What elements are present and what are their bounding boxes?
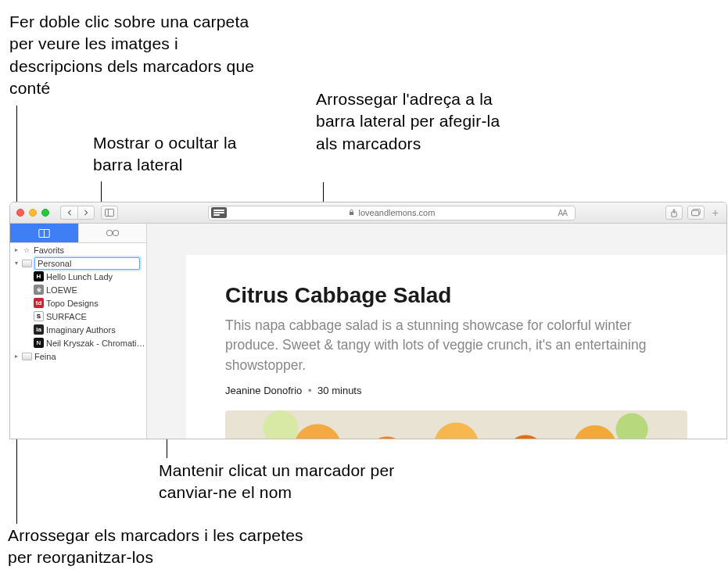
favicon-icon: S — [34, 311, 44, 321]
window-controls — [16, 209, 49, 217]
svg-rect-0 — [106, 209, 114, 216]
article-meta: Jeanine Donofrio • 30 minuts — [225, 385, 687, 396]
disclosure-right-icon[interactable]: ▸ — [13, 247, 20, 253]
sidebar-mode-tabs — [10, 224, 147, 243]
favicon-icon: ia — [34, 324, 44, 335]
svg-rect-5 — [691, 210, 698, 216]
lock-icon — [348, 208, 355, 217]
window-close-button[interactable] — [16, 209, 24, 217]
back-button[interactable] — [60, 206, 77, 220]
text-size-button[interactable]: AA — [558, 209, 567, 217]
sidebar-item-label: Favorits — [34, 245, 146, 255]
address-url: loveandlemons.com — [358, 208, 435, 217]
svg-point-8 — [106, 230, 112, 235]
nav-back-forward — [60, 206, 95, 220]
forward-button[interactable] — [77, 206, 95, 220]
bookmark-item[interactable]: H Hello Lunch Lady — [10, 270, 146, 283]
sidebar-item-label: Feina — [34, 352, 146, 361]
safari-window: loveandlemons.com AA + — [9, 202, 727, 439]
disclosure-down-icon[interactable]: ▾ — [13, 260, 20, 267]
bookmark-label: Imaginary Authors — [46, 325, 146, 335]
page-content-area: Citrus Cabbage Salad This napa cabbage s… — [147, 224, 726, 439]
favicon-icon: td — [34, 298, 44, 308]
bookmark-item[interactable]: S SURFACE — [10, 310, 146, 323]
sidebar-folder-work[interactable]: ▸ Feina — [10, 349, 146, 363]
favicon-icon: ※ — [34, 285, 44, 295]
sidebar-folder-favorites[interactable]: ▸ ☆ Favorits — [10, 243, 146, 256]
reader-mode-button[interactable] — [211, 207, 227, 218]
reader-article: Citrus Cabbage Salad This napa cabbage s… — [186, 255, 726, 439]
favicon-icon: H — [34, 271, 44, 281]
sidebar-tab-readinglist[interactable] — [79, 224, 147, 242]
bookmark-label: Topo Designs — [46, 299, 146, 308]
callout-line — [101, 181, 102, 203]
callout-drag-reorg: Arrossegar els marcadors i les carpetes … — [8, 525, 305, 569]
bookmark-label: Neil Kryszak - Chromatic E… — [46, 339, 146, 348]
disclosure-right-icon[interactable]: ▸ — [13, 353, 20, 360]
favicon-icon: N — [34, 338, 44, 348]
address-bar[interactable]: loveandlemons.com AA — [208, 206, 576, 220]
bookmark-label: Hello Lunch Lady — [46, 272, 146, 281]
share-button[interactable] — [665, 206, 683, 220]
callout-line — [323, 182, 324, 203]
new-tab-button[interactable]: + — [709, 206, 722, 219]
callout-folder-doubleclick: Fer doble clic sobre una carpeta per veu… — [9, 11, 267, 99]
window-minimize-button[interactable] — [29, 209, 37, 217]
svg-rect-2 — [350, 212, 353, 215]
bookmark-label: LOEWE — [46, 285, 146, 295]
article-author: Jeanine Donofrio — [225, 385, 302, 396]
bookmark-item[interactable]: N Neil Kryszak - Chromatic E… — [10, 336, 146, 349]
sidebar-folder-personal[interactable]: ▾ Personal — [10, 256, 146, 270]
article-hero-image — [225, 410, 687, 439]
svg-point-9 — [113, 230, 118, 235]
folder-name-edit-field[interactable]: Personal — [34, 257, 140, 270]
bookmarks-sidebar: ▸ ☆ Favorits ▾ Personal H Hello Lunch La… — [10, 224, 147, 439]
sidebar-tab-bookmarks[interactable] — [10, 224, 79, 242]
bookmark-item[interactable]: ※ LOEWE — [10, 283, 146, 296]
window-toolbar: loveandlemons.com AA + — [10, 202, 726, 224]
callout-sidebar-toggle: Mostrar o ocultar la barra lateral — [93, 132, 265, 177]
window-zoom-button[interactable] — [41, 209, 49, 217]
separator-dot: • — [308, 385, 312, 396]
bookmark-item[interactable]: td Topo Designs — [10, 296, 146, 310]
callout-drag-url: Arrossegar l'adreça a la barra lateral p… — [316, 88, 519, 155]
folder-icon — [22, 353, 32, 360]
bookmark-label: SURFACE — [46, 312, 146, 321]
tabs-button[interactable] — [687, 206, 705, 220]
star-icon: ☆ — [22, 245, 31, 255]
article-duration: 30 minuts — [317, 385, 361, 396]
folder-icon — [22, 260, 32, 267]
sidebar-toggle-button[interactable] — [101, 206, 118, 220]
callout-hold-rename: Mantenir clicat un marcador per canviar-… — [159, 460, 417, 504]
bookmark-item[interactable]: ia Imaginary Authors — [10, 323, 146, 336]
editing-text: Personal — [38, 259, 71, 268]
article-description: This napa cabbage salad is a stunning sh… — [225, 316, 687, 375]
article-title: Citrus Cabbage Salad — [225, 283, 687, 308]
